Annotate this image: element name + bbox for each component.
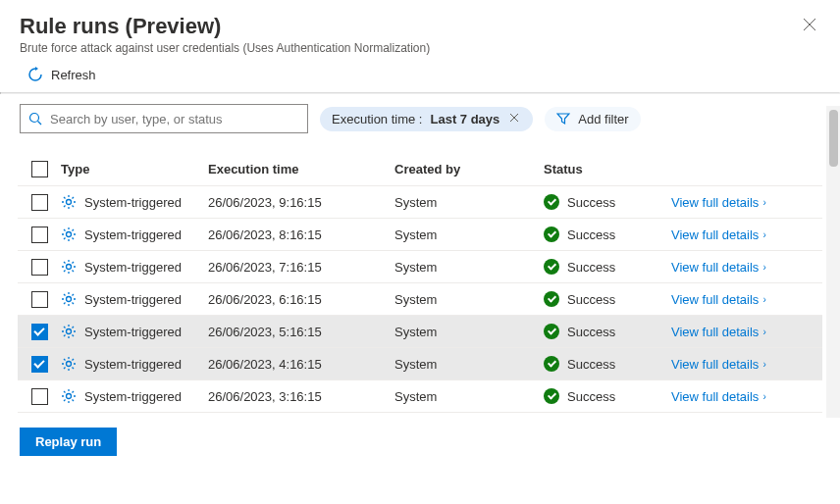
success-icon (544, 227, 559, 242)
chevron-right-icon: › (762, 391, 765, 402)
type-label: System-triggered (84, 292, 182, 307)
execution-time: 26/06/2023, 7:16:15 (208, 260, 394, 275)
row-checkbox[interactable] (31, 324, 48, 340)
success-icon (544, 388, 559, 404)
svg-point-6 (67, 329, 72, 334)
status-label: Success (567, 325, 615, 339)
chevron-right-icon: › (762, 229, 765, 240)
view-details-link[interactable]: View full details› (671, 325, 822, 339)
search-box[interactable] (20, 104, 308, 133)
status-label: Success (567, 195, 615, 210)
execution-time: 26/06/2023, 8:16:15 (208, 227, 394, 242)
success-icon (544, 259, 559, 275)
row-checkbox[interactable] (31, 259, 48, 276)
view-details-link[interactable]: View full details› (671, 260, 822, 275)
close-button[interactable] (799, 14, 820, 39)
row-checkbox[interactable] (31, 291, 48, 308)
status-label: Success (567, 357, 615, 372)
chevron-right-icon: › (762, 262, 765, 273)
status-label: Success (567, 292, 615, 307)
table-row[interactable]: System-triggered26/06/2023, 5:16:15Syste… (18, 316, 822, 348)
column-header-execution[interactable]: Execution time (208, 162, 394, 176)
chevron-right-icon: › (762, 197, 765, 208)
status-label: Success (567, 227, 615, 242)
svg-point-3 (67, 232, 72, 237)
type-label: System-triggered (84, 357, 182, 372)
table-row[interactable]: System-triggered26/06/2023, 4:16:15Syste… (18, 348, 822, 380)
svg-line-1 (38, 122, 42, 126)
created-by: System (394, 357, 544, 372)
view-details-link[interactable]: View full details› (671, 195, 822, 210)
scrollbar-thumb[interactable] (829, 110, 838, 167)
created-by: System (394, 292, 544, 307)
table-row[interactable]: System-triggered26/06/2023, 8:16:15Syste… (18, 219, 822, 251)
status-label: Success (567, 260, 615, 275)
select-all-checkbox[interactable] (31, 161, 48, 177)
created-by: System (394, 325, 544, 339)
status-label: Success (567, 389, 615, 404)
filter-icon (556, 112, 570, 126)
chevron-right-icon: › (762, 327, 765, 337)
add-filter-label: Add filter (578, 112, 628, 126)
column-header-type[interactable]: Type (61, 162, 208, 176)
gear-icon (61, 227, 77, 242)
gear-icon (61, 388, 77, 404)
close-icon (803, 18, 816, 31)
filter-bar: Execution time : Last 7 days Add filter (0, 94, 840, 143)
gear-icon (61, 324, 77, 339)
success-icon (544, 324, 559, 339)
row-checkbox[interactable] (31, 388, 48, 405)
page-title: Rule runs (Preview) (20, 14, 430, 39)
execution-time: 26/06/2023, 6:16:15 (208, 292, 394, 307)
svg-point-7 (67, 362, 72, 367)
filter-pill-execution-time[interactable]: Execution time : Last 7 days (320, 107, 533, 131)
success-icon (544, 291, 559, 307)
search-icon (28, 112, 42, 126)
add-filter-button[interactable]: Add filter (545, 107, 640, 131)
gear-icon (61, 194, 77, 210)
created-by: System (394, 227, 544, 242)
table-row[interactable]: System-triggered26/06/2023, 6:16:15Syste… (18, 283, 822, 316)
view-details-link[interactable]: View full details› (671, 357, 822, 372)
filter-value: Last 7 days (431, 112, 500, 126)
execution-time: 26/06/2023, 4:16:15 (208, 357, 394, 372)
svg-point-8 (67, 394, 72, 399)
row-checkbox[interactable] (31, 356, 48, 373)
filter-remove-button[interactable] (507, 112, 521, 126)
execution-time: 26/06/2023, 5:16:15 (208, 325, 394, 339)
gear-icon (61, 291, 77, 307)
view-details-link[interactable]: View full details› (671, 292, 822, 307)
table-row[interactable]: System-triggered26/06/2023, 7:16:15Syste… (18, 251, 822, 283)
refresh-label: Refresh (51, 68, 96, 82)
type-label: System-triggered (84, 195, 182, 210)
footer: Replay run (0, 416, 840, 468)
chevron-right-icon: › (762, 294, 765, 305)
type-label: System-triggered (84, 227, 182, 242)
column-header-status[interactable]: Status (544, 162, 671, 176)
created-by: System (394, 260, 544, 275)
svg-point-4 (67, 265, 72, 270)
filter-label: Execution time : (332, 112, 423, 126)
view-details-link[interactable]: View full details› (671, 389, 822, 404)
search-input[interactable] (50, 112, 299, 126)
refresh-icon (27, 67, 43, 82)
svg-point-0 (30, 114, 39, 123)
column-header-created[interactable]: Created by (394, 162, 544, 176)
table-row[interactable]: System-triggered26/06/2023, 3:16:15Syste… (18, 380, 822, 413)
gear-icon (61, 259, 77, 275)
type-label: System-triggered (84, 260, 182, 275)
execution-time: 26/06/2023, 9:16:15 (208, 195, 394, 210)
success-icon (544, 194, 559, 210)
created-by: System (394, 389, 544, 404)
type-label: System-triggered (84, 325, 182, 339)
table: Type Execution time Created by Status Sy… (18, 153, 822, 416)
created-by: System (394, 195, 544, 210)
table-row[interactable]: System-triggered26/06/2023, 9:16:15Syste… (18, 186, 822, 219)
row-checkbox[interactable] (31, 227, 48, 243)
refresh-button[interactable]: Refresh (27, 67, 96, 82)
replay-run-button[interactable]: Replay run (20, 428, 117, 456)
execution-time: 26/06/2023, 3:16:15 (208, 389, 394, 404)
row-checkbox[interactable] (31, 194, 48, 211)
view-details-link[interactable]: View full details› (671, 227, 822, 242)
svg-point-5 (67, 297, 72, 302)
